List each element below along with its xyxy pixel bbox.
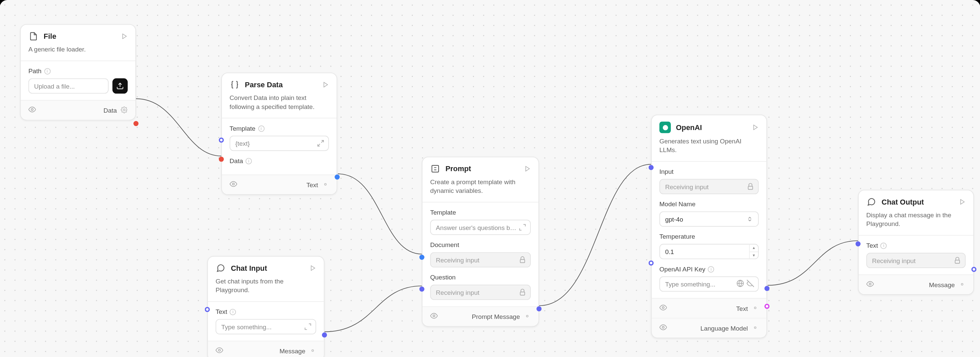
node-openai[interactable]: OpenAI Generates text using OpenAI LLMs.… [651, 115, 767, 338]
svg-point-27 [754, 306, 756, 308]
gear-icon[interactable] [309, 347, 316, 355]
field-label-apikey: OpenAI API Keyi [659, 265, 759, 273]
svg-marker-4 [324, 82, 328, 87]
svg-rect-12 [432, 166, 439, 172]
gear-icon[interactable] [959, 280, 966, 289]
chat-text-input[interactable]: Type something... [216, 319, 316, 334]
output-text-label: Text [737, 305, 748, 312]
play-icon[interactable] [959, 199, 966, 205]
svg-point-32 [869, 283, 871, 285]
eye-icon[interactable] [866, 280, 874, 289]
globe-icon[interactable] [737, 279, 744, 288]
field-label-template: Template [430, 209, 531, 216]
template-input[interactable]: {text} [230, 136, 329, 151]
port-output-message[interactable] [322, 332, 327, 337]
node-title: OpenAI [676, 124, 747, 131]
port-input-question[interactable] [420, 287, 425, 292]
node-title: Chat Input [231, 265, 305, 272]
port-input-document[interactable] [420, 255, 425, 260]
file-path-input[interactable]: Upload a file... [29, 78, 109, 94]
eye-icon[interactable] [29, 106, 36, 115]
port-output-lm[interactable] [764, 304, 769, 309]
gear-icon[interactable] [752, 304, 759, 312]
output-lm-label: Language Model [701, 325, 748, 332]
node-desc: Generates text using OpenAI LLMs. [652, 137, 767, 161]
step-up[interactable]: ▴ [750, 245, 758, 252]
upload-button[interactable] [112, 78, 128, 94]
step-down[interactable]: ▾ [750, 252, 758, 258]
svg-point-8 [325, 183, 326, 185]
svg-point-11 [312, 349, 313, 351]
expand-icon[interactable] [519, 224, 527, 231]
play-icon[interactable] [121, 33, 128, 40]
node-desc: A generic file loader. [21, 45, 135, 61]
port-input-text[interactable] [205, 307, 210, 312]
node-chat-output[interactable]: Chat Output Display a chat message in th… [858, 190, 974, 295]
port-input-prompt[interactable] [648, 165, 654, 170]
node-chat-input[interactable]: Chat Input Get chat inputs from the Play… [207, 256, 325, 357]
output-label: Message [279, 347, 305, 354]
model-select[interactable]: gpt-4o [659, 211, 759, 226]
node-desc: Get chat inputs from the Playground. [208, 277, 324, 301]
node-file[interactable]: File A generic file loader. Pathi Upload… [20, 24, 136, 120]
play-icon[interactable] [752, 124, 759, 131]
temperature-input[interactable]: 0.1 ▴▾ [659, 244, 759, 260]
port-input-apikey[interactable] [648, 260, 654, 265]
gear-icon[interactable] [322, 180, 329, 189]
node-parse-data[interactable]: Parse Data Convert Data into plain text … [221, 73, 337, 195]
gear-icon[interactable] [752, 324, 759, 332]
output-label: Message [929, 281, 955, 288]
lock-icon [519, 288, 527, 296]
file-icon [29, 31, 38, 41]
svg-marker-15 [526, 166, 530, 171]
svg-rect-16 [520, 260, 524, 263]
eye-icon[interactable] [230, 180, 237, 189]
prompt-template-input[interactable]: Answer user's questions based on... [430, 220, 531, 235]
field-label-document: Document [430, 241, 531, 249]
play-icon[interactable] [323, 81, 329, 88]
chat-output-text-input: Receiving input [866, 253, 966, 268]
eye-icon[interactable] [659, 324, 667, 333]
gear-icon[interactable] [121, 106, 128, 114]
port-output-text[interactable] [764, 286, 769, 291]
lock-icon [747, 183, 754, 191]
openai-input: Receiving input [659, 179, 759, 194]
chat-icon [866, 197, 877, 207]
port-output-data[interactable] [134, 121, 138, 126]
eye-icon[interactable] [216, 346, 223, 355]
expand-icon[interactable] [304, 323, 312, 331]
port-output-text[interactable] [334, 174, 340, 180]
prompt-icon [430, 164, 440, 174]
eye-icon[interactable] [659, 304, 667, 313]
eye-off-icon[interactable] [747, 279, 754, 288]
lock-icon [954, 257, 961, 265]
svg-point-2 [31, 108, 33, 111]
port-input-data[interactable] [219, 157, 224, 162]
flow-canvas[interactable]: File A generic file loader. Pathi Upload… [0, 0, 980, 357]
svg-marker-9 [311, 266, 315, 271]
svg-point-3 [123, 108, 125, 110]
node-prompt[interactable]: Prompt Create a prompt template with dyn… [422, 157, 539, 327]
svg-point-19 [527, 315, 528, 317]
port-output-prompt-message[interactable] [536, 306, 541, 311]
svg-rect-22 [748, 186, 752, 190]
port-input-text[interactable] [855, 241, 860, 246]
svg-point-29 [754, 327, 756, 328]
svg-point-33 [961, 283, 963, 285]
gear-icon[interactable] [524, 312, 531, 320]
node-title: Chat Output [882, 198, 954, 206]
port-output-message[interactable] [971, 267, 976, 272]
svg-point-7 [232, 183, 234, 185]
field-label-model: Model Name [659, 201, 759, 207]
field-label-text: Texti [216, 308, 316, 315]
port-input-template[interactable] [219, 137, 224, 142]
apikey-input[interactable]: Type something... [659, 276, 759, 292]
play-icon[interactable] [524, 166, 531, 172]
output-label: Text [307, 181, 318, 188]
expand-icon[interactable] [317, 139, 325, 147]
eye-icon[interactable] [430, 312, 438, 321]
svg-point-18 [433, 315, 435, 317]
play-icon[interactable] [310, 265, 316, 271]
svg-point-10 [219, 349, 221, 351]
lock-icon [519, 256, 527, 264]
